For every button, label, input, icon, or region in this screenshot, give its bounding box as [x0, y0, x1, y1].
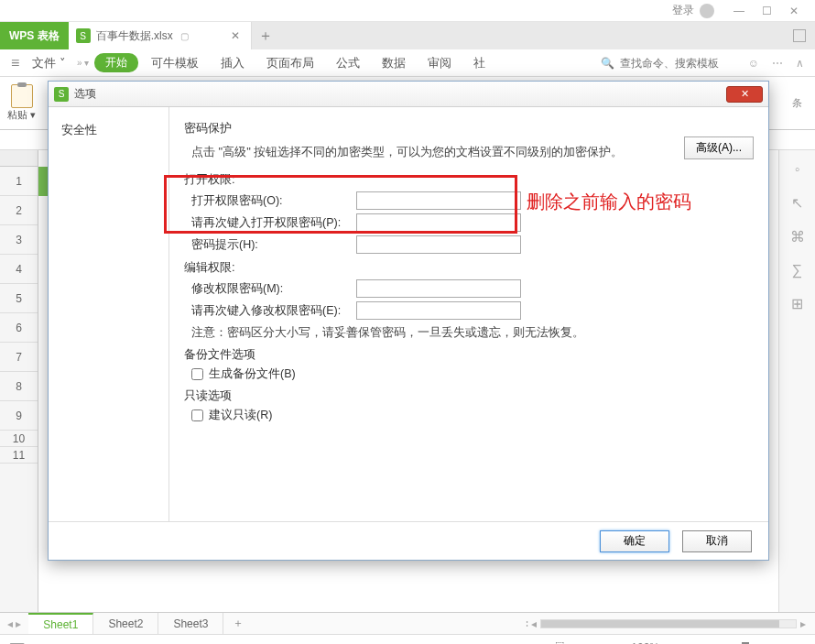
modify-password-confirm-input[interactable] — [356, 301, 521, 320]
search-icon: 🔍 — [601, 57, 614, 70]
edit-permission-label: 编辑权限: — [184, 259, 754, 276]
password-note: 注意：密码区分大小写，请妥善保管密码，一旦丢失或遗忘，则无法恢复。 — [191, 325, 754, 341]
spreadsheet-icon: S — [54, 87, 69, 102]
qat-overflow-icon[interactable]: » ▾ — [75, 58, 91, 68]
row-header[interactable]: 6 — [0, 313, 38, 343]
advanced-button[interactable]: 高级(A)... — [684, 136, 754, 159]
clipboard-icon — [11, 84, 33, 108]
zoom-in-button[interactable]: ＋ — [795, 639, 806, 644]
close-window-button[interactable]: ✕ — [780, 2, 808, 20]
readonly-checkbox[interactable] — [191, 409, 203, 421]
login-link[interactable]: 登录 — [672, 3, 694, 18]
minimize-button[interactable]: — — [725, 2, 753, 20]
open-password-input[interactable] — [356, 191, 521, 210]
row-header[interactable]: 1 — [0, 167, 38, 196]
row-header[interactable]: 9 — [0, 401, 38, 431]
zoom-dropdown-icon[interactable]: ▾ — [668, 641, 674, 645]
status-icon[interactable]: ⌨ — [9, 641, 25, 645]
dialog-close-button[interactable]: ✕ — [726, 86, 763, 103]
readonly-checkbox-label: 建议只读(R) — [209, 408, 272, 423]
view-layout-icon[interactable]: ⿻ — [556, 641, 567, 645]
open-password-confirm-input[interactable] — [356, 213, 521, 232]
link-icon[interactable]: ⌘ — [790, 228, 805, 246]
tab-data[interactable]: 数据 — [373, 55, 415, 71]
formula-icon[interactable]: ∑ — [792, 262, 802, 278]
tab-start[interactable]: 开始 — [94, 53, 138, 72]
side-group-label: 条 — [787, 96, 808, 110]
tab-extra[interactable]: 社 — [464, 55, 494, 71]
readonly-group-label: 只读选项 — [184, 387, 754, 404]
side-panel: ◦ ↖ ⌘ ∑ ⊞ — [778, 150, 815, 612]
dialog-footer: 确定 取消 — [49, 521, 768, 560]
modify-password-input[interactable] — [356, 279, 521, 298]
row-header[interactable]: 10 — [0, 431, 38, 447]
ok-button[interactable]: 确定 — [600, 530, 669, 552]
options-dialog: S 选项 ✕ 安全性 密码保护 点击 "高级" 按钮选择不同的加密类型，可以为您… — [48, 81, 769, 561]
setting-icon[interactable]: ⊞ — [791, 295, 803, 312]
modify-password-label: 修改权限密码(M): — [191, 281, 347, 297]
view-normal-icon[interactable]: ▦ — [537, 641, 547, 645]
row-header[interactable]: 5 — [0, 284, 38, 313]
eye-icon[interactable]: 👁 ▾ — [603, 641, 622, 645]
menu-icon[interactable]: ≡ — [7, 55, 23, 71]
password-hint-label: 密码提示(H): — [191, 237, 347, 253]
row-header[interactable]: 2 — [0, 196, 38, 225]
select-all-corner[interactable] — [0, 150, 38, 167]
password-protect-desc: 点击 "高级" 按钮选择不同的加密类型，可以为您的文档设置不同级别的加密保护。 — [191, 144, 754, 160]
spreadsheet-icon: S — [76, 28, 91, 43]
sheet-tab-2[interactable]: Sheet2 — [93, 613, 158, 634]
cancel-button[interactable]: 取消 — [682, 530, 752, 552]
new-tab-button[interactable]: ＋ — [252, 22, 279, 49]
view-break-icon[interactable]: ⊞ ▾ — [576, 641, 593, 645]
group-password-protect: 密码保护 — [184, 120, 754, 136]
horizontal-scrollbar[interactable]: ∶ ◂ ▸ — [526, 613, 815, 634]
status-bar: ⌨ ▦ ⿻ ⊞ ▾ 👁 ▾ 100% ▾ — ＋ — [0, 634, 815, 644]
maximize-button[interactable]: ☐ — [753, 2, 780, 20]
row-header[interactable]: 8 — [0, 372, 38, 401]
zoom-value[interactable]: 100% — [631, 641, 659, 645]
backup-checkbox[interactable] — [191, 368, 203, 380]
paste-button[interactable]: 粘贴 ▾ — [7, 84, 36, 122]
window-titlebar: 登录 — ☐ ✕ — [0, 0, 815, 22]
side-icon[interactable]: ◦ — [795, 161, 800, 178]
ellipsis-icon[interactable]: ⋯ — [768, 57, 787, 70]
sheet-nav[interactable]: ◂ ▸ — [0, 613, 28, 634]
sheet-tabs: ◂ ▸ Sheet1 Sheet2 Sheet3 ＋ ∶ ◂ ▸ — [0, 612, 815, 634]
collapse-ribbon-icon[interactable]: ∧ — [792, 57, 808, 70]
avatar-icon[interactable] — [700, 4, 714, 18]
modify-password-confirm-label: 请再次键入修改权限密码(E): — [191, 303, 347, 319]
window-layout-icon[interactable] — [793, 29, 806, 42]
tab-formula[interactable]: 公式 — [327, 55, 369, 71]
dialog-title: 选项 — [74, 86, 96, 102]
tab-review[interactable]: 审阅 — [418, 55, 461, 71]
zoom-out-button[interactable]: — — [683, 641, 694, 645]
tab-insert[interactable]: 插入 — [212, 55, 254, 71]
smile-icon[interactable]: ☺ — [744, 57, 763, 70]
row-header[interactable]: 7 — [0, 343, 38, 372]
search-input[interactable] — [620, 57, 739, 70]
dialog-titlebar: S 选项 ✕ — [49, 82, 768, 107]
paste-label: 粘贴 ▾ — [7, 108, 36, 122]
backup-group-label: 备份文件选项 — [184, 346, 754, 363]
file-menu[interactable]: 文件 ˅ — [27, 55, 71, 71]
sheet-tab-1[interactable]: Sheet1 — [28, 613, 93, 634]
row-header[interactable]: 4 — [0, 255, 38, 284]
ribbon-bar: ≡ 文件 ˅ » ▾ 开始 可牛模板 插入 页面布局 公式 数据 审阅 社 🔍 … — [0, 49, 815, 77]
document-tab-label: 百事牛数据.xlsx — [96, 28, 173, 44]
tab-close-icon[interactable]: ✕ — [227, 29, 244, 42]
password-hint-input[interactable] — [356, 235, 521, 254]
row-header[interactable]: 3 — [0, 225, 38, 255]
sidebar-item-security[interactable]: 安全性 — [49, 116, 168, 144]
sheet-tab-3[interactable]: Sheet3 — [158, 613, 223, 634]
backup-checkbox-label: 生成备份文件(B) — [209, 366, 296, 382]
tab-layout[interactable]: 页面布局 — [257, 55, 323, 71]
add-sheet-button[interactable]: ＋ — [223, 613, 253, 634]
tab-window-icon[interactable]: ▢ — [180, 31, 189, 41]
dialog-main: 密码保护 点击 "高级" 按钮选择不同的加密类型，可以为您的文档设置不同级别的加… — [169, 107, 768, 521]
cursor-icon[interactable]: ↖ — [791, 194, 803, 212]
tab-template[interactable]: 可牛模板 — [142, 55, 208, 71]
open-password-confirm-label: 请再次键入打开权限密码(P): — [191, 215, 347, 231]
row-header[interactable]: 11 — [0, 447, 38, 464]
document-tab[interactable]: S 百事牛数据.xlsx ▢ ✕ — [69, 22, 252, 49]
dialog-sidebar: 安全性 — [49, 107, 169, 521]
